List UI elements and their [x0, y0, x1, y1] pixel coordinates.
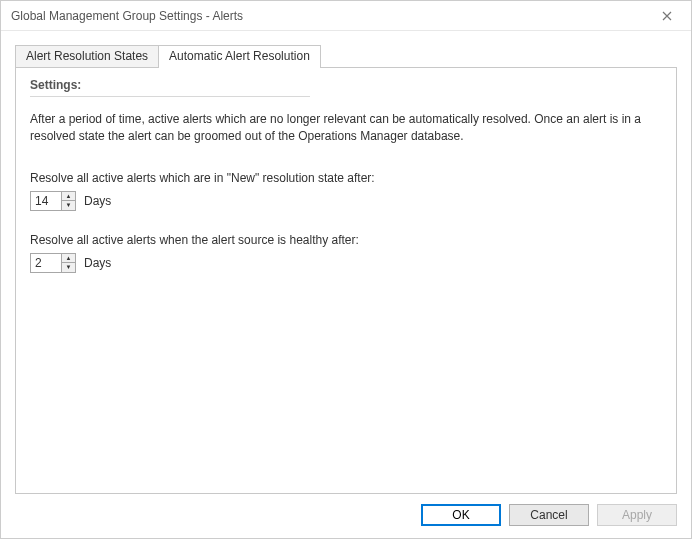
spin-buttons: ▲ ▼ [61, 254, 75, 272]
resolve-healthy-label: Resolve all active alerts when the alert… [30, 233, 662, 247]
spin-buttons: ▲ ▼ [61, 192, 75, 210]
cancel-button[interactable]: Cancel [509, 504, 589, 526]
ok-button[interactable]: OK [421, 504, 501, 526]
titlebar: Global Management Group Settings - Alert… [1, 1, 691, 31]
tab-automatic-alert-resolution[interactable]: Automatic Alert Resolution [158, 45, 321, 67]
apply-button: Apply [597, 504, 677, 526]
resolve-healthy-unit: Days [84, 256, 111, 270]
divider [30, 96, 310, 97]
resolve-healthy-input[interactable] [31, 254, 61, 272]
tab-label: Alert Resolution States [26, 49, 148, 63]
content-area: Alert Resolution States Automatic Alert … [1, 31, 691, 494]
resolve-new-unit: Days [84, 194, 111, 208]
description-text: After a period of time, active alerts wh… [30, 111, 662, 145]
resolve-new-row: ▲ ▼ Days [30, 191, 662, 211]
resolve-new-input[interactable] [31, 192, 61, 210]
close-icon [662, 11, 672, 21]
window-title: Global Management Group Settings - Alert… [11, 9, 243, 23]
spin-up-button[interactable]: ▲ [62, 254, 75, 263]
spin-down-button[interactable]: ▼ [62, 262, 75, 272]
resolve-new-label: Resolve all active alerts which are in "… [30, 171, 662, 185]
close-button[interactable] [647, 2, 687, 30]
tab-panel-automatic-alert-resolution: Settings: After a period of time, active… [15, 67, 677, 494]
resolve-healthy-spinner[interactable]: ▲ ▼ [30, 253, 76, 273]
section-heading: Settings: [30, 78, 662, 92]
spin-down-button[interactable]: ▼ [62, 200, 75, 210]
tab-alert-resolution-states[interactable]: Alert Resolution States [15, 45, 159, 67]
tab-label: Automatic Alert Resolution [169, 49, 310, 63]
resolve-new-spinner[interactable]: ▲ ▼ [30, 191, 76, 211]
dialog-window: Global Management Group Settings - Alert… [0, 0, 692, 539]
resolve-healthy-row: ▲ ▼ Days [30, 253, 662, 273]
dialog-footer: OK Cancel Apply [1, 494, 691, 538]
spin-up-button[interactable]: ▲ [62, 192, 75, 201]
tab-strip: Alert Resolution States Automatic Alert … [15, 43, 677, 67]
